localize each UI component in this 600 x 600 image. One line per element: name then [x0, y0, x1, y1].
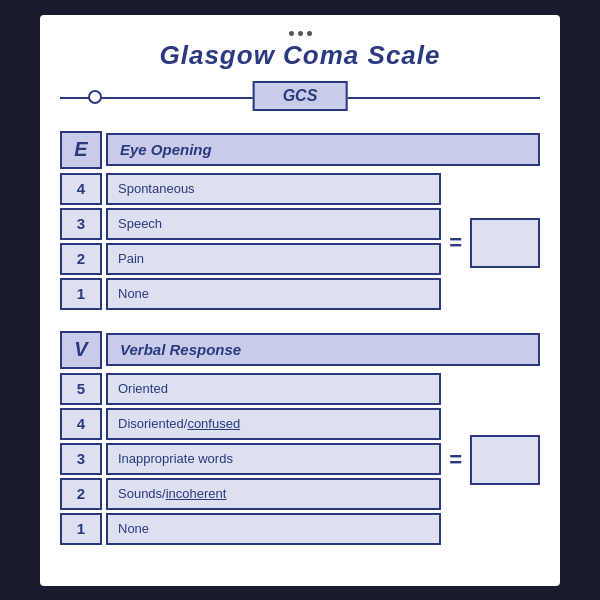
table-row: 1 None	[60, 513, 441, 545]
label-disoriented: Disoriented/confused	[106, 408, 441, 440]
table-row: 3 Inappropriate words	[60, 443, 441, 475]
label-none-v: None	[106, 513, 441, 545]
verbal-response-section: V Verbal Response 5 Oriented 4 Disorient…	[60, 331, 540, 548]
verbal-result: =	[449, 435, 540, 485]
eye-opening-section: E Eye Opening 4 Spontaneous 3 Speech 2 P…	[60, 131, 540, 313]
score-4: 4	[60, 173, 102, 205]
verbal-rows-container: 5 Oriented 4 Disoriented/confused 3 Inap…	[60, 373, 540, 548]
label-inappropriate: Inappropriate words	[106, 443, 441, 475]
label-spontaneous: Spontaneous	[106, 173, 441, 205]
gcs-label: GCS	[253, 81, 348, 111]
eye-opening-header: E Eye Opening	[60, 131, 540, 169]
equals-icon-v: =	[449, 449, 462, 471]
verbal-letter: V	[60, 331, 102, 369]
eye-opening-score-box[interactable]	[470, 218, 540, 268]
page-title: Glasgow Coma Scale	[60, 40, 540, 71]
score-3: 3	[60, 208, 102, 240]
table-row: 4 Disoriented/confused	[60, 408, 441, 440]
eye-opening-rows-container: 4 Spontaneous 3 Speech 2 Pain 1 None =	[60, 173, 540, 313]
label-oriented: Oriented	[106, 373, 441, 405]
label-pain: Pain	[106, 243, 441, 275]
score-v3: 3	[60, 443, 102, 475]
label-speech: Speech	[106, 208, 441, 240]
table-row: 2 Pain	[60, 243, 441, 275]
gcs-bar: GCS	[60, 81, 540, 113]
eye-opening-rows: 4 Spontaneous 3 Speech 2 Pain 1 None	[60, 173, 441, 313]
verbal-score-box[interactable]	[470, 435, 540, 485]
score-v1: 1	[60, 513, 102, 545]
table-row: 4 Spontaneous	[60, 173, 441, 205]
equals-icon: =	[449, 232, 462, 254]
table-row: 5 Oriented	[60, 373, 441, 405]
label-none-e: None	[106, 278, 441, 310]
table-row: 1 None	[60, 278, 441, 310]
table-row: 3 Speech	[60, 208, 441, 240]
gcs-circle	[88, 90, 102, 104]
eye-opening-title: Eye Opening	[106, 133, 540, 166]
score-v5: 5	[60, 373, 102, 405]
score-v4: 4	[60, 408, 102, 440]
score-2: 2	[60, 243, 102, 275]
label-sounds: Sounds/incoherent	[106, 478, 441, 510]
dots-bar	[60, 31, 540, 36]
main-card: Glasgow Coma Scale GCS E Eye Opening 4 S…	[40, 15, 560, 586]
verbal-title: Verbal Response	[106, 333, 540, 366]
verbal-response-header: V Verbal Response	[60, 331, 540, 369]
eye-opening-result: =	[449, 218, 540, 268]
table-row: 2 Sounds/incoherent	[60, 478, 441, 510]
score-v2: 2	[60, 478, 102, 510]
verbal-rows: 5 Oriented 4 Disoriented/confused 3 Inap…	[60, 373, 441, 548]
eye-opening-letter: E	[60, 131, 102, 169]
score-1: 1	[60, 278, 102, 310]
